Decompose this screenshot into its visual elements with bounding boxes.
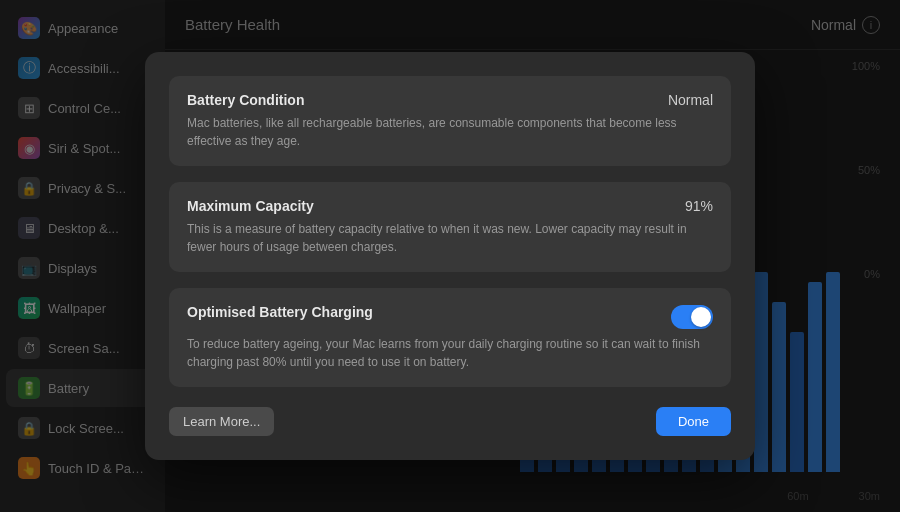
- optimised-charging-title: Optimised Battery Charging: [187, 304, 373, 320]
- battery-condition-value: Normal: [668, 92, 713, 108]
- maximum-capacity-value: 91%: [685, 198, 713, 214]
- optimised-charging-desc: To reduce battery ageing, your Mac learn…: [187, 335, 713, 371]
- battery-condition-desc: Mac batteries, like all rechargeable bat…: [187, 114, 713, 150]
- optimised-charging-header: Optimised Battery Charging: [187, 304, 713, 329]
- maximum-capacity-header: Maximum Capacity 91%: [187, 198, 713, 214]
- optimised-charging-card: Optimised Battery Charging To reduce bat…: [169, 288, 731, 387]
- modal-footer: Learn More... Done: [169, 403, 731, 436]
- battery-health-modal: Battery Condition Normal Mac batteries, …: [145, 52, 755, 460]
- learn-more-button[interactable]: Learn More...: [169, 407, 274, 436]
- modal-overlay: Battery Condition Normal Mac batteries, …: [0, 0, 900, 512]
- maximum-capacity-card: Maximum Capacity 91% This is a measure o…: [169, 182, 731, 272]
- done-button[interactable]: Done: [656, 407, 731, 436]
- optimised-charging-toggle[interactable]: [671, 305, 713, 329]
- maximum-capacity-title: Maximum Capacity: [187, 198, 314, 214]
- battery-condition-header: Battery Condition Normal: [187, 92, 713, 108]
- battery-condition-title: Battery Condition: [187, 92, 304, 108]
- battery-condition-card: Battery Condition Normal Mac batteries, …: [169, 76, 731, 166]
- maximum-capacity-desc: This is a measure of battery capacity re…: [187, 220, 713, 256]
